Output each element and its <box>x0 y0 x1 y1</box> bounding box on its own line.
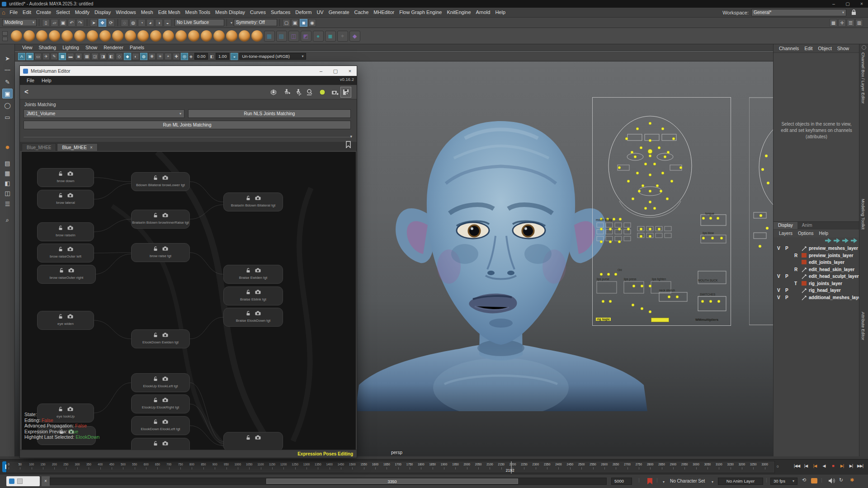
camera-icon[interactable] <box>162 376 168 382</box>
film-gate-icon[interactable]: ▬ <box>67 53 74 60</box>
menu-mheditor[interactable]: MHEditor <box>371 8 397 17</box>
layout-split-icon[interactable]: ◧ <box>2 178 13 188</box>
layer-name[interactable]: edit_joints_layer <box>809 260 844 265</box>
view-transform-select[interactable]: Un-tone-mapped (sRGB)▾ <box>239 53 306 60</box>
menu-flow-graph-engine[interactable]: Flow Graph Engine <box>397 8 444 17</box>
new-scene-icon[interactable]: ▯ <box>42 19 50 27</box>
run-nls-joints-matching-button[interactable]: Run NLS Joints Matching <box>188 109 351 118</box>
run-ml-joints-matching-button[interactable]: Run ML Joints Matching <box>24 121 351 129</box>
expression-node[interactable] <box>223 432 283 450</box>
menu-mesh-display[interactable]: Mesh Display <box>213 8 248 17</box>
shelf-table-icon[interactable]: ▤ <box>276 31 287 42</box>
rotate-tool-icon[interactable]: ⟳ <box>107 19 115 27</box>
snap-curve-icon[interactable]: ◍ <box>129 19 137 27</box>
metahuman-menu-file[interactable]: File <box>24 78 38 83</box>
lock-icon[interactable] <box>58 193 63 199</box>
shelf-poly-primitive-icon[interactable] <box>11 30 22 42</box>
xray-icon[interactable]: ✚ <box>173 53 180 60</box>
character-set-label[interactable]: No Character Set <box>670 479 705 483</box>
pin-icon[interactable] <box>862 45 866 50</box>
camera-icon[interactable] <box>255 290 261 296</box>
safe-action-icon[interactable]: ◨ <box>99 53 107 60</box>
home-icon[interactable]: ⌂ <box>2 9 5 16</box>
add-character-run-icon[interactable] <box>281 87 292 98</box>
channel-menu-show[interactable]: Show <box>835 46 852 51</box>
tab-blue_mhee-0[interactable]: Blue_MHEE <box>22 143 56 151</box>
shelf-sphere-icon[interactable]: ● <box>313 31 324 42</box>
soft-mod-icon[interactable]: ◯ <box>2 100 13 110</box>
snap-grid-icon[interactable]: ◌ <box>121 19 128 27</box>
outliner-icon[interactable]: ☰ <box>2 199 13 209</box>
shelf-poly-primitive-icon[interactable] <box>61 30 73 42</box>
lock-icon[interactable] <box>58 225 63 231</box>
select-tool-icon[interactable]: ➤ <box>90 19 98 27</box>
expression-node[interactable]: brow raiseOuter left <box>37 244 94 263</box>
layer-menu-layers[interactable]: Layers <box>776 230 795 237</box>
snap-view-icon[interactable]: ◑ <box>155 19 163 27</box>
save-scene-icon[interactable]: ▣ <box>59 19 67 27</box>
layer-playback-toggle[interactable]: P <box>785 246 788 251</box>
field-chart-icon[interactable]: ◲ <box>91 53 99 60</box>
symmetry-select[interactable]: Symmetry: Off <box>234 19 277 26</box>
shelf-poly-primitive-icon[interactable] <box>99 30 111 42</box>
layer-playback-toggle[interactable]: P <box>785 274 788 279</box>
tab-blue_mhee-1[interactable]: Blue_MHEE× <box>57 143 97 151</box>
shelf-poly-primitive-icon[interactable] <box>201 30 212 42</box>
layer-name[interactable]: preview_meshes_layer <box>809 246 858 251</box>
channel-menu-edit[interactable]: Edit <box>802 46 815 51</box>
ao-icon[interactable]: ◓ <box>165 53 172 60</box>
ipr-render-icon[interactable]: ◙ <box>300 19 307 27</box>
taskbar-app-icon[interactable] <box>9 479 14 484</box>
layer-row[interactable]: VPedit_head_sculpt_layer <box>774 273 859 280</box>
shelf-poly-primitive-icon[interactable] <box>188 30 199 42</box>
select-tool-icon[interactable]: ➤ <box>2 53 13 63</box>
close-button[interactable]: × <box>855 0 868 8</box>
expression-node[interactable]: Braise Ewiden tgt <box>223 265 283 284</box>
exposure-field[interactable]: 0.00 <box>194 53 208 60</box>
play-backwards-button[interactable]: ◀ <box>820 461 828 470</box>
menu-windows[interactable]: Windows <box>113 8 139 17</box>
sphere-brush-icon[interactable]: ● <box>2 142 13 152</box>
lock-icon[interactable] <box>246 290 250 296</box>
side-tab-channel-box-layer-editor[interactable]: Channel Box / Layer Editor <box>861 52 866 104</box>
shadows-icon[interactable]: ❋ <box>148 53 156 60</box>
layout-four-icon[interactable]: ▦ <box>2 168 13 178</box>
layer-name[interactable]: preview_joints_layer <box>809 253 853 258</box>
panel-menu-view[interactable]: View <box>19 45 35 50</box>
layer-row[interactable]: Rpreview_joints_layer <box>774 253 859 259</box>
character-set-arrow-icon[interactable]: ▾ <box>663 480 665 484</box>
grid-icon[interactable]: ▦ <box>59 53 66 60</box>
camera-icon[interactable] <box>162 419 168 425</box>
menu-knitengine[interactable]: KnitEngine <box>444 8 473 17</box>
camera-icon[interactable] <box>162 246 168 252</box>
channel-menu-channels[interactable]: Channels <box>776 46 802 51</box>
bookmark-icon[interactable] <box>345 141 351 149</box>
camera-lock-icon[interactable]: ▭ <box>34 53 42 60</box>
shelf-poly-primitive-icon[interactable] <box>125 30 136 42</box>
shaded-icon[interactable]: ◆ <box>124 53 131 60</box>
camera-icon[interactable] <box>67 225 73 231</box>
gate-mask-icon[interactable]: ▩ <box>83 53 90 60</box>
shelf-poly-primitive-icon[interactable] <box>112 30 123 42</box>
snap-point-icon[interactable]: ◔ <box>138 19 146 27</box>
expression-node[interactable]: Braise Eblink tgt <box>223 286 283 305</box>
layer-playback-toggle[interactable]: P <box>785 295 788 300</box>
menu-curves[interactable]: Curves <box>248 8 269 17</box>
side-tab-attribute-editor[interactable]: Attribute Editor <box>861 312 866 340</box>
snap-plane-icon[interactable]: ◕ <box>146 19 154 27</box>
wireframe-icon[interactable]: ◇ <box>116 53 123 60</box>
channel-layout-icon[interactable]: ☰ <box>847 19 854 27</box>
anim-layer-field[interactable]: No Anim Layer <box>718 478 763 485</box>
toast-close-button[interactable]: × <box>42 476 50 486</box>
menu-select[interactable]: Select <box>54 8 73 17</box>
menu-uv[interactable]: UV <box>314 8 326 17</box>
expression-node[interactable]: ElookDown ElookLeft tgt <box>131 416 190 435</box>
menu-deform[interactable]: Deform <box>293 8 314 17</box>
shelf-cube-icon[interactable]: ◼ <box>325 31 336 42</box>
step-forward-key-button[interactable]: ▶| <box>838 461 846 470</box>
lock-icon[interactable] <box>153 419 158 425</box>
shelf-poly-primitive-icon[interactable] <box>36 30 47 42</box>
layer-color-swatch[interactable] <box>802 260 807 264</box>
facial-rig-board[interactable]: mouth stickytonguelips blowOHlips pursel… <box>592 97 731 326</box>
resolution-gate-icon[interactable]: ◙ <box>75 53 82 60</box>
